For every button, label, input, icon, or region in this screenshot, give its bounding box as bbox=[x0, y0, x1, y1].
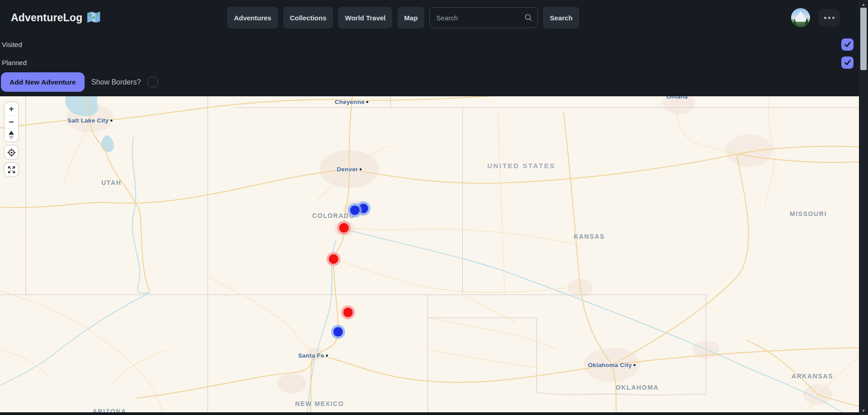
planned-checkbox[interactable] bbox=[841, 57, 854, 69]
compass-pitch-button[interactable] bbox=[5, 128, 18, 141]
map-city-label-salt-lake-city: Salt Lake City• bbox=[67, 117, 113, 124]
adventure-marker-planned[interactable] bbox=[350, 206, 360, 215]
adventure-marker-visited[interactable] bbox=[343, 308, 353, 317]
nav-right bbox=[791, 8, 853, 27]
navbar: AdventureLog AdventuresCollectionsWorld … bbox=[0, 0, 859, 35]
search-icon bbox=[525, 14, 533, 24]
visited-label: Visited bbox=[2, 41, 22, 48]
map-canvas[interactable]: Cheyenne•OmahaSalt Lake City•Denver•Sant… bbox=[0, 96, 859, 412]
city-dot-icon: • bbox=[326, 353, 329, 358]
city-dot-icon: • bbox=[366, 99, 369, 104]
fullscreen-button[interactable] bbox=[5, 163, 18, 176]
visited-checkbox[interactable] bbox=[841, 38, 854, 51]
check-icon bbox=[844, 58, 852, 66]
search-button[interactable]: Search bbox=[543, 7, 579, 28]
city-dot-icon: • bbox=[359, 167, 362, 171]
map-city-label-cheyenne: Cheyenne• bbox=[335, 99, 369, 105]
adventure-marker-visited[interactable] bbox=[339, 223, 349, 233]
app-title: AdventureLog bbox=[11, 12, 82, 24]
user-avatar[interactable] bbox=[791, 8, 810, 27]
app-header: AdventureLog AdventuresCollectionsWorld … bbox=[0, 0, 859, 96]
map-state-label-utah: UTAH bbox=[101, 179, 121, 186]
nav-item-collections[interactable]: Collections bbox=[283, 7, 333, 28]
check-icon bbox=[844, 40, 852, 48]
city-dot-icon: • bbox=[633, 363, 636, 367]
map-state-label-colorado: COLORADO bbox=[312, 212, 355, 219]
map-state-label-arkansas: ARKANSAS bbox=[792, 373, 833, 380]
show-borders-checkbox[interactable] bbox=[148, 77, 158, 87]
map-country-label: UNITED STATES bbox=[487, 162, 556, 170]
map-state-label-new-mexico: NEW MEXICO bbox=[295, 400, 344, 407]
nav-item-world-travel[interactable]: World Travel bbox=[338, 7, 392, 28]
map-city-label-omaha: Omaha bbox=[667, 96, 688, 100]
geolocate-button[interactable] bbox=[5, 146, 18, 159]
more-options-button[interactable] bbox=[818, 9, 840, 26]
app-logo[interactable]: AdventureLog bbox=[11, 11, 100, 24]
map-action-row: Add New Adventure Show Borders? bbox=[0, 71, 859, 96]
adventure-marker-planned[interactable] bbox=[334, 327, 343, 337]
zoom-in-button[interactable]: + bbox=[5, 102, 18, 115]
scroll-down-icon[interactable]: ▼ bbox=[859, 408, 868, 413]
planned-filter-row: Planned bbox=[0, 53, 859, 71]
map-state-label-arizona: ARIZONA bbox=[93, 408, 127, 412]
pitch-toggle-icon bbox=[9, 131, 14, 140]
map-base-layer bbox=[0, 96, 859, 412]
map-city-label-oklahoma-city: Oklahoma City• bbox=[588, 362, 636, 368]
fullscreen-icon bbox=[7, 165, 16, 174]
search-wrap bbox=[429, 7, 538, 28]
planned-label: Planned bbox=[2, 59, 27, 66]
map-state-label-kansas: KANSAS bbox=[574, 233, 605, 240]
map-state-label-oklahoma: OKLAHOMA bbox=[615, 384, 658, 391]
map-city-label-denver: Denver• bbox=[337, 166, 362, 173]
nav-item-map[interactable]: Map bbox=[397, 7, 424, 28]
nav-menu: AdventuresCollectionsWorld TravelMap Sea… bbox=[227, 7, 579, 28]
world-map-icon bbox=[87, 11, 100, 24]
scrollbar-thumb[interactable] bbox=[860, 8, 867, 70]
scroll-up-icon[interactable]: ▲ bbox=[859, 2, 868, 7]
add-new-adventure-button[interactable]: Add New Adventure bbox=[1, 72, 85, 92]
adventure-marker-planned[interactable] bbox=[359, 204, 368, 213]
visited-filter-row: Visited bbox=[0, 35, 859, 53]
ellipsis-icon bbox=[824, 17, 826, 19]
city-dot-icon: • bbox=[110, 118, 113, 123]
map-city-label-santa-fe: Santa Fe• bbox=[298, 352, 329, 359]
zoom-out-button[interactable]: − bbox=[5, 115, 18, 128]
adventure-marker-visited[interactable] bbox=[329, 255, 339, 264]
map-zoom-controls: + − bbox=[5, 102, 18, 141]
search-input[interactable] bbox=[429, 7, 538, 28]
page-scrollbar: ▲ ▼ bbox=[859, 0, 868, 415]
map-state-label-missouri: MISSOURI bbox=[790, 210, 827, 217]
geolocate-icon bbox=[7, 148, 16, 157]
show-borders-label: Show Borders? bbox=[91, 78, 141, 86]
nav-item-adventures[interactable]: Adventures bbox=[227, 7, 278, 28]
